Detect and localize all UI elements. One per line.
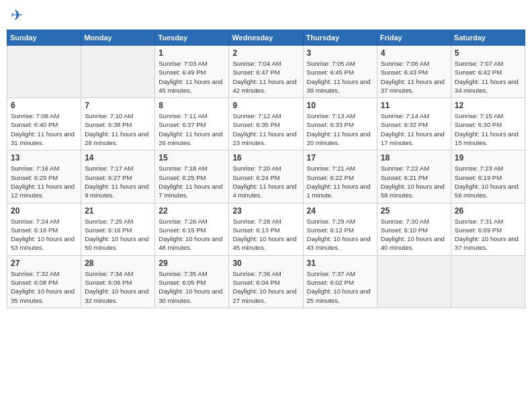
calendar-cell: 11Sunrise: 7:14 AM Sunset: 6:32 PM Dayli… — [377, 98, 451, 150]
day-number: 8 — [159, 101, 225, 110]
calendar-cell: 6Sunrise: 7:08 AM Sunset: 6:40 PM Daylig… — [7, 98, 81, 150]
day-number: 12 — [455, 101, 521, 110]
day-number: 11 — [381, 101, 447, 110]
day-info: Sunrise: 7:28 AM Sunset: 6:13 PM Dayligh… — [232, 217, 299, 253]
weekday-header: Friday — [377, 30, 451, 46]
day-number: 10 — [307, 101, 373, 110]
day-info: Sunrise: 7:23 AM Sunset: 6:19 PM Dayligh… — [455, 164, 521, 199]
calendar-cell: 10Sunrise: 7:13 AM Sunset: 6:33 PM Dayli… — [303, 98, 377, 150]
calendar-cell: 3Sunrise: 7:05 AM Sunset: 6:45 PM Daylig… — [303, 46, 377, 98]
logo-bird-icon: ✈ — [11, 7, 23, 24]
day-number: 5 — [455, 48, 521, 58]
day-info: Sunrise: 7:16 AM Sunset: 6:29 PM Dayligh… — [11, 164, 77, 199]
weekday-header: Saturday — [451, 30, 525, 46]
calendar-cell: 1Sunrise: 7:03 AM Sunset: 6:49 PM Daylig… — [155, 46, 229, 98]
day-info: Sunrise: 7:25 AM Sunset: 6:16 PM Dayligh… — [85, 217, 151, 253]
day-info: Sunrise: 7:12 AM Sunset: 6:35 PM Dayligh… — [232, 111, 299, 147]
day-number: 29 — [159, 259, 225, 268]
day-info: Sunrise: 7:34 AM Sunset: 6:06 PM Dayligh… — [85, 269, 151, 305]
day-info: Sunrise: 7:35 AM Sunset: 6:05 PM Dayligh… — [159, 269, 225, 305]
day-number: 24 — [307, 206, 373, 216]
day-info: Sunrise: 7:08 AM Sunset: 6:40 PM Dayligh… — [11, 111, 77, 147]
logo: ✈ — [9, 7, 23, 24]
calendar-cell: 8Sunrise: 7:11 AM Sunset: 6:37 PM Daylig… — [155, 98, 229, 150]
day-info: Sunrise: 7:32 AM Sunset: 6:08 PM Dayligh… — [11, 269, 77, 305]
day-info: Sunrise: 7:03 AM Sunset: 6:49 PM Dayligh… — [159, 59, 225, 95]
day-number: 6 — [11, 101, 77, 110]
day-info: Sunrise: 7:10 AM Sunset: 6:38 PM Dayligh… — [85, 111, 151, 147]
day-number: 27 — [11, 259, 77, 268]
calendar-week-row: 6Sunrise: 7:08 AM Sunset: 6:40 PM Daylig… — [7, 98, 525, 150]
day-number: 14 — [85, 153, 151, 163]
day-info: Sunrise: 7:31 AM Sunset: 6:09 PM Dayligh… — [455, 217, 521, 253]
calendar-cell: 24Sunrise: 7:29 AM Sunset: 6:12 PM Dayli… — [303, 203, 377, 255]
day-number: 18 — [381, 153, 447, 163]
calendar-cell: 31Sunrise: 7:37 AM Sunset: 6:02 PM Dayli… — [303, 255, 377, 308]
day-number: 9 — [232, 101, 299, 110]
calendar-cell: 28Sunrise: 7:34 AM Sunset: 6:06 PM Dayli… — [81, 255, 155, 308]
day-info: Sunrise: 7:15 AM Sunset: 6:30 PM Dayligh… — [455, 111, 521, 147]
day-number: 2 — [232, 48, 299, 58]
day-info: Sunrise: 7:18 AM Sunset: 6:25 PM Dayligh… — [159, 164, 225, 199]
day-info: Sunrise: 7:07 AM Sunset: 6:42 PM Dayligh… — [455, 59, 521, 95]
calendar-cell: 17Sunrise: 7:21 AM Sunset: 6:22 PM Dayli… — [303, 150, 377, 203]
calendar-week-row: 13Sunrise: 7:16 AM Sunset: 6:29 PM Dayli… — [7, 150, 525, 203]
calendar-cell: 2Sunrise: 7:04 AM Sunset: 6:47 PM Daylig… — [229, 46, 303, 98]
day-info: Sunrise: 7:24 AM Sunset: 6:18 PM Dayligh… — [11, 217, 77, 253]
calendar-header: SundayMondayTuesdayWednesdayThursdayFrid… — [7, 30, 525, 46]
calendar-cell: 13Sunrise: 7:16 AM Sunset: 6:29 PM Dayli… — [7, 150, 81, 203]
day-info: Sunrise: 7:36 AM Sunset: 6:04 PM Dayligh… — [232, 269, 299, 305]
weekday-header: Wednesday — [229, 30, 303, 46]
calendar-cell: 21Sunrise: 7:25 AM Sunset: 6:16 PM Dayli… — [81, 203, 155, 255]
calendar-cell: 4Sunrise: 7:06 AM Sunset: 6:43 PM Daylig… — [377, 46, 451, 98]
day-number: 1 — [159, 48, 225, 58]
day-number: 4 — [381, 48, 447, 58]
day-number: 13 — [11, 153, 77, 163]
calendar-cell: 26Sunrise: 7:31 AM Sunset: 6:09 PM Dayli… — [451, 203, 525, 255]
weekday-header: Sunday — [7, 30, 81, 46]
day-info: Sunrise: 7:22 AM Sunset: 6:21 PM Dayligh… — [381, 164, 447, 199]
day-number: 28 — [85, 259, 151, 268]
calendar-cell: 7Sunrise: 7:10 AM Sunset: 6:38 PM Daylig… — [81, 98, 155, 150]
calendar-week-row: 27Sunrise: 7:32 AM Sunset: 6:08 PM Dayli… — [7, 255, 525, 308]
calendar-cell: 23Sunrise: 7:28 AM Sunset: 6:13 PM Dayli… — [229, 203, 303, 255]
day-info: Sunrise: 7:26 AM Sunset: 6:15 PM Dayligh… — [159, 217, 225, 253]
calendar-cell: 14Sunrise: 7:17 AM Sunset: 6:27 PM Dayli… — [81, 150, 155, 203]
day-number: 31 — [307, 259, 373, 268]
calendar-cell: 29Sunrise: 7:35 AM Sunset: 6:05 PM Dayli… — [155, 255, 229, 308]
day-number: 7 — [85, 101, 151, 110]
day-info: Sunrise: 7:05 AM Sunset: 6:45 PM Dayligh… — [307, 59, 373, 95]
day-number: 3 — [307, 48, 373, 58]
day-number: 30 — [232, 259, 299, 268]
calendar-week-row: 1Sunrise: 7:03 AM Sunset: 6:49 PM Daylig… — [7, 46, 525, 98]
day-number: 22 — [159, 206, 225, 216]
calendar-cell: 20Sunrise: 7:24 AM Sunset: 6:18 PM Dayli… — [7, 203, 81, 255]
day-info: Sunrise: 7:11 AM Sunset: 6:37 PM Dayligh… — [159, 111, 225, 147]
day-info: Sunrise: 7:20 AM Sunset: 6:24 PM Dayligh… — [232, 164, 299, 199]
day-info: Sunrise: 7:13 AM Sunset: 6:33 PM Dayligh… — [307, 111, 373, 147]
calendar-cell: 16Sunrise: 7:20 AM Sunset: 6:24 PM Dayli… — [229, 150, 303, 203]
day-number: 15 — [159, 153, 225, 163]
calendar-cell: 27Sunrise: 7:32 AM Sunset: 6:08 PM Dayli… — [7, 255, 81, 308]
day-number: 20 — [11, 206, 77, 216]
day-info: Sunrise: 7:14 AM Sunset: 6:32 PM Dayligh… — [381, 111, 447, 147]
day-number: 16 — [232, 153, 299, 163]
day-info: Sunrise: 7:30 AM Sunset: 6:10 PM Dayligh… — [381, 217, 447, 253]
calendar-table: SundayMondayTuesdayWednesdayThursdayFrid… — [7, 30, 525, 308]
day-info: Sunrise: 7:04 AM Sunset: 6:47 PM Dayligh… — [232, 59, 299, 95]
calendar-week-row: 20Sunrise: 7:24 AM Sunset: 6:18 PM Dayli… — [7, 203, 525, 255]
calendar-cell: 25Sunrise: 7:30 AM Sunset: 6:10 PM Dayli… — [377, 203, 451, 255]
calendar-cell: 22Sunrise: 7:26 AM Sunset: 6:15 PM Dayli… — [155, 203, 229, 255]
day-number: 17 — [307, 153, 373, 163]
day-number: 26 — [455, 206, 521, 216]
calendar-cell — [81, 46, 155, 98]
day-info: Sunrise: 7:29 AM Sunset: 6:12 PM Dayligh… — [307, 217, 373, 253]
day-info: Sunrise: 7:37 AM Sunset: 6:02 PM Dayligh… — [307, 269, 373, 305]
day-number: 23 — [232, 206, 299, 216]
calendar-cell: 30Sunrise: 7:36 AM Sunset: 6:04 PM Dayli… — [229, 255, 303, 308]
day-info: Sunrise: 7:17 AM Sunset: 6:27 PM Dayligh… — [85, 164, 151, 199]
day-info: Sunrise: 7:06 AM Sunset: 6:43 PM Dayligh… — [381, 59, 447, 95]
day-number: 25 — [381, 206, 447, 216]
calendar-cell — [7, 46, 81, 98]
calendar-cell — [451, 255, 525, 308]
